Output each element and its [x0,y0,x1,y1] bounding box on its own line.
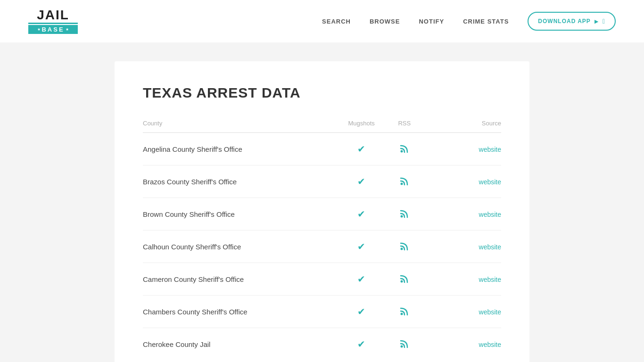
source-website-link[interactable]: website [479,276,501,283]
rss-icon [400,241,409,251]
cell-rss [383,263,426,296]
table-row: Calhoun County Sheriff's Office✔ website [143,230,501,263]
nav-crime-stats[interactable]: CRIME STATS [463,18,509,25]
source-website-link[interactable]: website [479,341,501,348]
play-icon: ▶ [594,19,599,24]
cell-rss [383,198,426,230]
cell-county: Chambers County Sheriff's Office [143,296,340,328]
cell-mugshots: ✔ [340,328,383,361]
cell-mugshots: ✔ [340,165,383,198]
logo-star-right: ★ [66,27,69,32]
cell-mugshots: ✔ [340,133,383,165]
cell-county: Angelina County Sheriff's Office [143,133,340,165]
logo-box: JAIL ★ BASE ★ [28,6,78,37]
cell-rss [383,328,426,361]
cell-county: Brazos County Sheriff's Office [143,165,340,198]
arrest-data-table: County Mugshots RSS Source Angelina Coun… [143,120,501,360]
logo[interactable]: JAIL ★ BASE ★ [28,6,78,37]
site-header: JAIL ★ BASE ★ SEARCH BROWSE NOTIFY CRIME… [0,0,644,42]
apple-icon:  [603,17,605,25]
main-nav: SEARCH BROWSE NOTIFY CRIME STATS DOWNLOA… [322,12,616,31]
table-row: Angelina County Sheriff's Office✔ websit… [143,133,501,165]
cell-source: website [426,296,501,328]
cell-county: Brown County Sheriff's Office [143,198,340,230]
cell-county: Cherokee County Jail [143,328,340,361]
page-title: TEXAS ARREST DATA [143,85,501,101]
cell-county: Calhoun County Sheriff's Office [143,230,340,263]
cell-rss [383,230,426,263]
logo-base-text: BASE [41,26,64,33]
logo-star-left: ★ [37,27,41,32]
source-website-link[interactable]: website [479,243,501,251]
source-website-link[interactable]: website [479,211,501,218]
checkmark-icon: ✔ [357,144,365,154]
rss-icon [400,274,409,283]
cell-rss [383,296,426,328]
svg-point-2 [400,215,403,217]
cell-source: website [426,230,501,263]
column-header-county: County [143,120,340,133]
nav-browse[interactable]: BROWSE [370,18,400,25]
cell-source: website [426,263,501,296]
source-website-link[interactable]: website [479,146,501,153]
cell-source: website [426,328,501,361]
cell-mugshots: ✔ [340,263,383,296]
table-row: Cameron County Sheriff's Office✔ website [143,263,501,296]
table-row: Chambers County Sheriff's Office✔ websit… [143,296,501,328]
rss-icon [400,306,409,316]
column-header-rss: RSS [383,120,426,133]
column-header-source: Source [426,120,501,133]
checkmark-icon: ✔ [357,274,365,284]
table-header-row: County Mugshots RSS Source [143,120,501,133]
column-header-mugshots: Mugshots [340,120,383,133]
rss-icon [400,339,409,348]
content-card: TEXAS ARREST DATA County Mugshots RSS So… [115,61,529,362]
cell-mugshots: ✔ [340,230,383,263]
cell-mugshots: ✔ [340,296,383,328]
cell-source: website [426,165,501,198]
download-app-label: DOWNLOAD APP [538,18,591,25]
checkmark-icon: ✔ [357,306,365,317]
checkmark-icon: ✔ [357,339,365,349]
checkmark-icon: ✔ [357,209,365,219]
svg-point-0 [400,150,403,152]
cell-source: website [426,198,501,230]
source-website-link[interactable]: website [479,308,501,316]
cell-source: website [426,133,501,165]
table-row: Cherokee County Jail✔ website [143,328,501,361]
rss-icon [400,144,409,153]
logo-jail-text: JAIL [28,8,78,24]
svg-point-3 [400,247,403,250]
checkmark-icon: ✔ [357,241,365,252]
table-row: Brazos County Sheriff's Office✔ website [143,165,501,198]
source-website-link[interactable]: website [479,178,501,186]
svg-point-5 [400,313,403,315]
cell-mugshots: ✔ [340,198,383,230]
rss-icon [400,209,409,218]
table-row: Brown County Sheriff's Office✔ website [143,198,501,230]
logo-base-bar: ★ BASE ★ [28,25,78,34]
cell-county: Cameron County Sheriff's Office [143,263,340,296]
rss-icon [400,176,409,186]
svg-point-1 [400,182,403,185]
svg-point-6 [400,345,403,347]
cell-rss [383,133,426,165]
svg-point-4 [400,280,403,282]
nav-notify[interactable]: NOTIFY [419,18,444,25]
nav-search[interactable]: SEARCH [322,18,351,25]
cell-rss [383,165,426,198]
download-app-button[interactable]: DOWNLOAD APP ▶  [528,12,616,31]
checkmark-icon: ✔ [357,176,365,187]
